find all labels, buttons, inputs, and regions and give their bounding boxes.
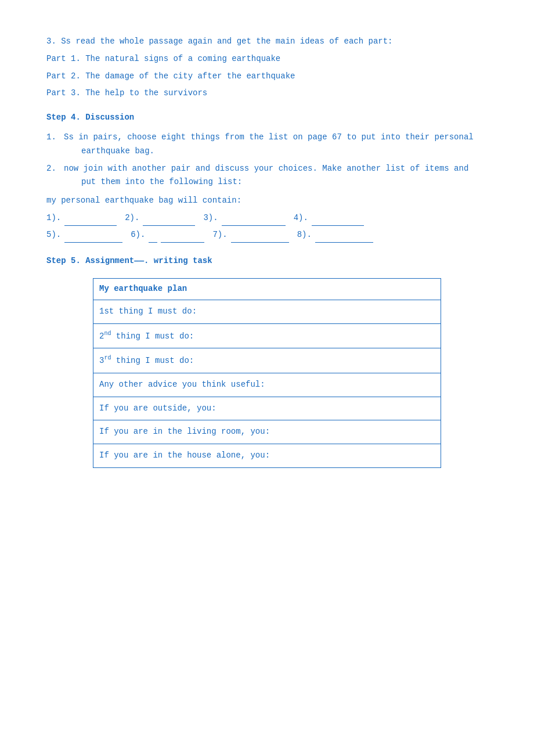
- blank-7: [231, 228, 289, 243]
- blank-label-2: 2).: [125, 211, 139, 225]
- blank-label-3: 3).: [203, 211, 218, 225]
- blank-label-5: 5).: [46, 228, 61, 242]
- discussion-1-text: Ss in pairs, choose eight things from th…: [64, 131, 488, 145]
- blanks-row-1: 1). 2). 3). 4).: [46, 211, 488, 226]
- blank-label-1: 1).: [46, 211, 61, 225]
- discussion-2-indent: put them into the following list:: [81, 175, 488, 189]
- table-row-house-alone: If you are in the house alone, you:: [93, 444, 441, 467]
- discussion-1-content: Ss in pairs, choose eight things from th…: [64, 131, 488, 159]
- blank-5: [64, 228, 122, 243]
- page-content: 3. Ss read the whole passage again and g…: [46, 35, 488, 468]
- blank-label-6: 6).: [131, 228, 145, 242]
- item-3: 3. Ss read the whole passage again and g…: [46, 35, 488, 49]
- bag-intro: my personal earthquake bag will contain:: [46, 194, 488, 208]
- discussion-2-text: now join with another pair and discuss y…: [64, 162, 488, 176]
- step4-heading: Step 4. Discussion: [46, 111, 488, 125]
- discussion-1-indent: earthquake bag.: [81, 145, 488, 159]
- table-row-2nd: 2nd thing I must do:: [93, 324, 441, 348]
- writing-table: My earthquake plan 1st thing I must do: …: [93, 278, 441, 468]
- part-1: Part 1. The natural signs of a coming ea…: [46, 52, 488, 66]
- part-2: Part 2. The damage of the city after the…: [46, 70, 488, 84]
- blanks-row-2: 5). 6). 7). 8).: [46, 228, 488, 243]
- blank-2: [143, 211, 195, 226]
- row-living-room-label: If you are in the living room, you:: [99, 427, 270, 436]
- blank-4: [312, 211, 364, 226]
- blank-1: [64, 211, 117, 226]
- blank-3: [222, 211, 286, 226]
- table-row-3rd: 3rd thing I must do:: [93, 348, 441, 373]
- step5-heading: Step 5. Assignment——. writing task: [46, 254, 488, 268]
- row-outside-label: If you are outside, you:: [99, 404, 217, 413]
- blank-label-8: 8).: [297, 228, 312, 242]
- table-row-1st: 1st thing I must do:: [93, 300, 441, 324]
- blank-6b: [161, 228, 204, 243]
- part-3: Part 3. The help to the survivors: [46, 87, 488, 100]
- discussion-2-content: now join with another pair and discuss y…: [64, 162, 488, 190]
- discussion-2-num: 2.: [46, 162, 64, 190]
- row-2nd-label: 2nd thing I must do:: [99, 332, 194, 341]
- blank-8: [315, 228, 373, 243]
- discussion-item-2: 2. now join with another pair and discus…: [46, 162, 488, 190]
- row-house-alone-label: If you are in the house alone, you:: [99, 451, 270, 460]
- table-header: My earthquake plan: [93, 279, 441, 300]
- blank-label-4: 4).: [294, 211, 308, 225]
- discussion-1-num: 1.: [46, 131, 64, 159]
- blank-6a: [149, 228, 157, 243]
- discussion-item-1: 1. Ss in pairs, choose eight things from…: [46, 131, 488, 159]
- table-row-advice: Any other advice you think useful:: [93, 373, 441, 397]
- blank-label-7: 7).: [212, 228, 227, 242]
- row-1st-label: 1st thing I must do:: [99, 307, 197, 316]
- table-row-outside: If you are outside, you:: [93, 397, 441, 421]
- row-3rd-label: 3rd thing I must do:: [99, 356, 194, 365]
- table-row-living-room: If you are in the living room, you:: [93, 420, 441, 444]
- row-advice-label: Any other advice you think useful:: [99, 380, 265, 389]
